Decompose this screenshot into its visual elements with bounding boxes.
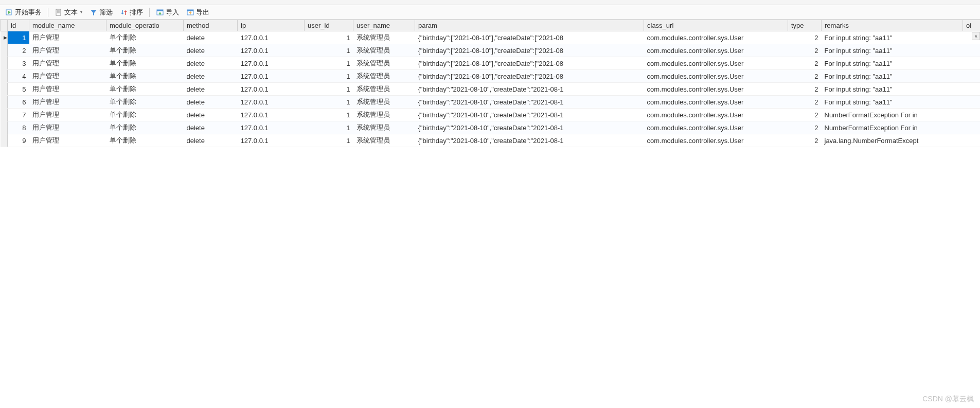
sort-button[interactable]: 排序 [117, 7, 146, 18]
cell-class_url[interactable]: com.modules.controller.sys.User [644, 31, 788, 44]
cell-class_url[interactable]: com.modules.controller.sys.User [644, 96, 788, 109]
cell-user_name[interactable]: 系统管理员 [353, 96, 415, 109]
cell-method[interactable]: delete [184, 109, 238, 121]
cell-user_id[interactable]: 1 [305, 109, 353, 121]
table-row[interactable]: 9用户管理单个删除delete127.0.0.11系统管理员{"birthday… [1, 134, 981, 147]
cell-module_operation[interactable]: 单个删除 [106, 109, 184, 121]
cell-id[interactable]: 7 [8, 109, 29, 121]
cell-ip[interactable]: 127.0.0.1 [238, 109, 305, 121]
cell-user_id[interactable]: 1 [305, 70, 353, 83]
cell-remarks[interactable]: For input string: "aa11" [822, 83, 963, 96]
cell-method[interactable]: delete [184, 44, 238, 57]
cell-param[interactable]: {"birthday":"2021-08-10","createDate":"2… [415, 96, 644, 109]
table-row[interactable]: 3用户管理单个删除delete127.0.0.11系统管理员{"birthday… [1, 57, 981, 70]
cell-class_url[interactable]: com.modules.controller.sys.User [644, 83, 788, 96]
cell-user_name[interactable]: 系统管理员 [353, 109, 415, 121]
col-id[interactable]: id [8, 20, 29, 31]
cell-class_url[interactable]: com.modules.controller.sys.User [644, 44, 788, 57]
cell-method[interactable]: delete [184, 134, 238, 147]
cell-param[interactable]: {"birthday":["2021-08-10"],"createDate":… [415, 31, 644, 44]
cell-module_name[interactable]: 用户管理 [29, 121, 106, 134]
cell-module_operation[interactable]: 单个删除 [106, 44, 184, 57]
cell-module_name[interactable]: 用户管理 [29, 31, 106, 44]
cell-id[interactable]: 5 [8, 83, 29, 96]
cell-type[interactable]: 2 [788, 134, 822, 147]
cell-user_id[interactable]: 1 [305, 57, 353, 70]
cell-module_operation[interactable]: 单个删除 [106, 57, 184, 70]
scroll-up-button[interactable]: ∧ [972, 32, 980, 40]
cell-param[interactable]: {"birthday":"2021-08-10","createDate":"2… [415, 121, 644, 134]
cell-oi[interactable] [963, 134, 981, 147]
cell-type[interactable]: 2 [788, 44, 822, 57]
start-transaction-button[interactable]: 开始事务 [2, 7, 45, 18]
cell-id[interactable]: 1 [8, 31, 29, 44]
cell-user_name[interactable]: 系统管理员 [353, 70, 415, 83]
cell-user_name[interactable]: 系统管理员 [353, 121, 415, 134]
cell-remarks[interactable]: NumberFormatException For in [822, 121, 963, 134]
cell-oi[interactable] [963, 83, 981, 96]
cell-class_url[interactable]: com.modules.controller.sys.User [644, 70, 788, 83]
col-remarks[interactable]: remarks [822, 20, 963, 31]
import-button[interactable]: 导入 [153, 7, 182, 18]
cell-type[interactable]: 2 [788, 96, 822, 109]
table-row[interactable]: 6用户管理单个删除delete127.0.0.11系统管理员{"birthday… [1, 96, 981, 109]
cell-id[interactable]: 3 [8, 57, 29, 70]
cell-remarks[interactable]: For input string: "aa11" [822, 96, 963, 109]
cell-method[interactable]: delete [184, 83, 238, 96]
cell-class_url[interactable]: com.modules.controller.sys.User [644, 121, 788, 134]
cell-remarks[interactable]: For input string: "aa11" [822, 44, 963, 57]
cell-ip[interactable]: 127.0.0.1 [238, 31, 305, 44]
cell-method[interactable]: delete [184, 57, 238, 70]
cell-ip[interactable]: 127.0.0.1 [238, 57, 305, 70]
cell-type[interactable]: 2 [788, 70, 822, 83]
table-row[interactable]: 8用户管理单个删除delete127.0.0.11系统管理员{"birthday… [1, 121, 981, 134]
table-row[interactable]: 2用户管理单个删除delete127.0.0.11系统管理员{"birthday… [1, 44, 981, 57]
cell-module_operation[interactable]: 单个删除 [106, 121, 184, 134]
cell-module_name[interactable]: 用户管理 [29, 96, 106, 109]
cell-oi[interactable] [963, 96, 981, 109]
col-class-url[interactable]: class_url [644, 20, 788, 31]
cell-id[interactable]: 2 [8, 44, 29, 57]
cell-user_id[interactable]: 1 [305, 44, 353, 57]
cell-oi[interactable] [963, 70, 981, 83]
table-row[interactable]: ▶1用户管理单个删除delete127.0.0.11系统管理员{"birthda… [1, 31, 981, 44]
cell-ip[interactable]: 127.0.0.1 [238, 44, 305, 57]
cell-id[interactable]: 6 [8, 96, 29, 109]
cell-oi[interactable] [963, 121, 981, 134]
cell-user_id[interactable]: 1 [305, 134, 353, 147]
col-ip[interactable]: ip [238, 20, 305, 31]
text-button[interactable]: 文本 ▾ [51, 7, 85, 18]
cell-ip[interactable]: 127.0.0.1 [238, 83, 305, 96]
cell-module_operation[interactable]: 单个删除 [106, 70, 184, 83]
col-module-operation[interactable]: module_operatio [106, 20, 184, 31]
col-module-name[interactable]: module_name [29, 20, 106, 31]
col-oi[interactable]: oi [963, 20, 981, 31]
cell-module_operation[interactable]: 单个删除 [106, 83, 184, 96]
cell-method[interactable]: delete [184, 96, 238, 109]
cell-module_name[interactable]: 用户管理 [29, 109, 106, 121]
cell-class_url[interactable]: com.modules.controller.sys.User [644, 134, 788, 147]
cell-param[interactable]: {"birthday":"2021-08-10","createDate":"2… [415, 134, 644, 147]
data-grid[interactable]: id module_name module_operatio method ip… [0, 20, 980, 147]
cell-oi[interactable] [963, 57, 981, 70]
export-button[interactable]: 导出 [183, 7, 212, 18]
cell-type[interactable]: 2 [788, 57, 822, 70]
cell-user_name[interactable]: 系统管理员 [353, 134, 415, 147]
cell-type[interactable]: 2 [788, 121, 822, 134]
cell-ip[interactable]: 127.0.0.1 [238, 134, 305, 147]
cell-user_id[interactable]: 1 [305, 31, 353, 44]
cell-type[interactable]: 2 [788, 83, 822, 96]
cell-param[interactable]: {"birthday":"2021-08-10","createDate":"2… [415, 109, 644, 121]
cell-module_name[interactable]: 用户管理 [29, 57, 106, 70]
col-user-name[interactable]: user_name [353, 20, 415, 31]
cell-user_name[interactable]: 系统管理员 [353, 44, 415, 57]
col-type[interactable]: type [788, 20, 822, 31]
cell-type[interactable]: 2 [788, 31, 822, 44]
cell-id[interactable]: 4 [8, 70, 29, 83]
cell-oi[interactable] [963, 109, 981, 121]
cell-user_id[interactable]: 1 [305, 96, 353, 109]
cell-param[interactable]: {"birthday":["2021-08-10"],"createDate":… [415, 57, 644, 70]
cell-module_name[interactable]: 用户管理 [29, 134, 106, 147]
cell-module_name[interactable]: 用户管理 [29, 70, 106, 83]
cell-method[interactable]: delete [184, 31, 238, 44]
